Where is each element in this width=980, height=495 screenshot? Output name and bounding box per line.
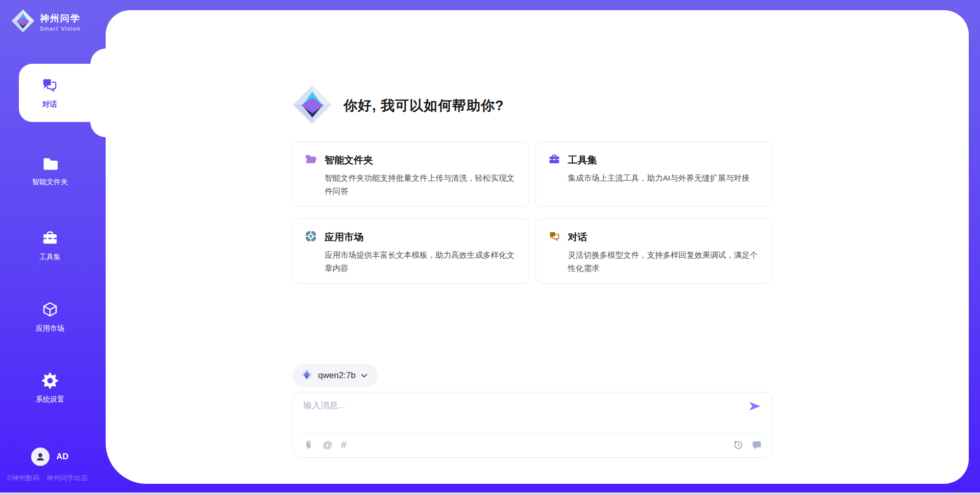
card-chat[interactable]: 对话 灵活切换多模型文件，支持多样回复效果调试，满足个性化需求 (535, 218, 773, 284)
chat-icon (41, 77, 58, 96)
card-description: 应用市场提供丰富长文本模板，助力高效生成多样化文章内容 (325, 249, 517, 275)
sidebar: 神州问学 Smart Vision 对话 智能文件夹 (0, 0, 106, 492)
sidebar-item-toolset[interactable]: 工具集 (0, 230, 100, 262)
hash-icon: # (341, 439, 347, 451)
sidebar-item-label: 系统设置 (36, 395, 64, 404)
composer-toolbar-right (733, 439, 762, 450)
user-name: AD (56, 452, 68, 461)
sidebar-item-label: 智能文件夹 (32, 178, 68, 187)
sidebar-item-settings[interactable]: 系统设置 (0, 372, 100, 404)
footer-credit: ©神州数码 · 神州问学出品 (7, 474, 88, 483)
composer: qwen2:7b (292, 364, 773, 458)
model-name: qwen2:7b (318, 370, 356, 381)
user-profile[interactable]: AD (0, 448, 100, 466)
app-grid-icon (305, 230, 317, 244)
message-input-card: @ # (292, 392, 773, 458)
send-icon (748, 400, 761, 413)
history-icon (733, 439, 744, 450)
chat-mode-button[interactable] (751, 439, 762, 450)
bottom-edge-strip (0, 492, 980, 495)
paperclip-icon (303, 440, 314, 451)
card-smart-folder[interactable]: 智能文件夹 智能文件夹功能支持批量文件上传与清洗，轻松实现文件问答 (292, 141, 529, 207)
divider (301, 433, 764, 433)
diamond-logo-icon (11, 9, 35, 35)
sidebar-item-label: 工具集 (39, 253, 61, 262)
page-title: 你好, 我可以如何帮助你? (344, 96, 504, 115)
card-app-market[interactable]: 应用市场 应用市场提供丰富长文本模板，助力高效生成多样化文章内容 (292, 218, 529, 284)
composer-toolbar-left: @ # (303, 439, 347, 451)
card-title: 智能文件夹 (325, 154, 373, 167)
toolbox-icon (548, 153, 560, 167)
card-title: 应用市场 (325, 231, 363, 244)
card-title: 工具集 (568, 154, 597, 167)
chevron-down-icon (361, 371, 368, 380)
card-description: 集成市场上主流工具，助力AI与外界无缝扩展与对接 (568, 171, 760, 185)
brand-subtitle: Smart Vision (40, 26, 81, 32)
sidebar-item-label: 对话 (42, 100, 57, 109)
avatar (31, 448, 50, 466)
sidebar-item-smart-folder[interactable]: 智能文件夹 (0, 155, 100, 187)
greeting: 你好, 我可以如何帮助你? (292, 84, 504, 127)
sidebar-item-chat[interactable]: 对话 (19, 64, 106, 122)
cube-icon (41, 301, 59, 320)
send-button[interactable] (748, 400, 761, 413)
card-description: 智能文件夹功能支持批量文件上传与清洗，轻松实现文件问答 (325, 171, 517, 198)
model-selector[interactable]: qwen2:7b (292, 364, 378, 387)
folder-icon (41, 155, 59, 174)
sidebar-item-app-market[interactable]: 应用市场 (0, 301, 100, 333)
gear-icon (41, 372, 59, 391)
message-input[interactable] (303, 400, 742, 429)
card-description: 灵活切换多模型文件，支持多样回复效果调试，满足个性化需求 (568, 249, 760, 275)
card-title: 对话 (568, 231, 587, 244)
user-avatar-icon (35, 452, 45, 462)
main-panel: 你好, 我可以如何帮助你? 智能文件夹 智能文件夹功能支持批量文件上传与清洗，轻… (106, 10, 969, 484)
diamond-logo-icon (301, 368, 313, 383)
brand-logo: 神州问学 Smart Vision (11, 9, 81, 35)
history-button[interactable] (733, 439, 744, 450)
attach-file-button[interactable] (303, 440, 314, 451)
mention-button[interactable]: @ (323, 439, 332, 451)
hashtag-button[interactable]: # (341, 439, 347, 451)
chat-bubbles-icon (548, 230, 560, 244)
diamond-logo-icon (292, 85, 332, 127)
at-icon: @ (323, 439, 332, 451)
feature-cards: 智能文件夹 智能文件夹功能支持批量文件上传与清洗，轻松实现文件问答 (292, 141, 772, 284)
card-toolset[interactable]: 工具集 集成市场上主流工具，助力AI与外界无缝扩展与对接 (535, 141, 773, 207)
chat-bubble-icon (751, 439, 762, 450)
sidebar-item-label: 应用市场 (36, 324, 64, 333)
toolbox-icon (41, 230, 59, 249)
brand-title: 神州问学 (40, 12, 81, 24)
folder-open-icon (305, 153, 317, 167)
